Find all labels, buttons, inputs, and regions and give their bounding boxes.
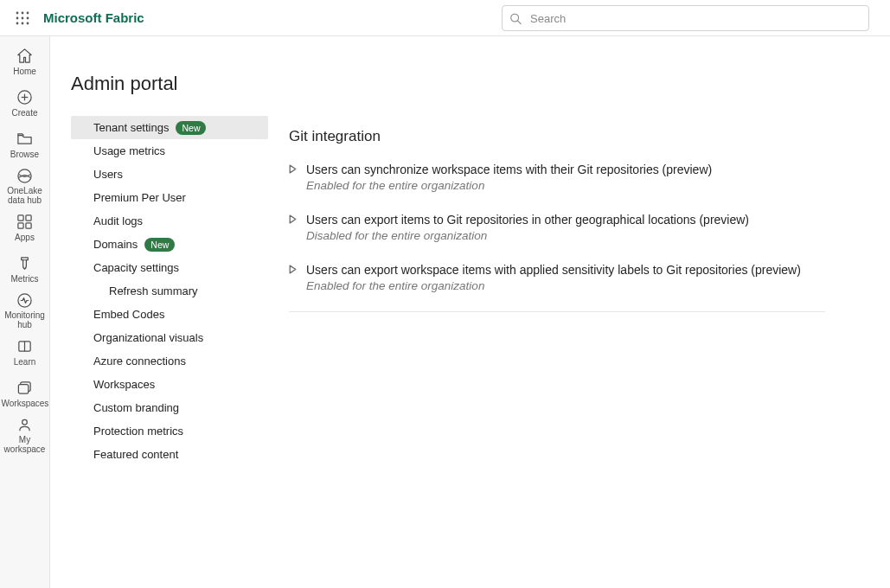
search-input[interactable] bbox=[528, 11, 861, 26]
setting-title[interactable]: Users can synchronize workspace items wi… bbox=[306, 161, 712, 178]
svg-rect-18 bbox=[26, 223, 31, 228]
subnav-item-label: Embed Codes bbox=[93, 308, 164, 321]
setting-status: Enabled for the entire organization bbox=[306, 278, 801, 294]
rail-item-label: Create bbox=[11, 108, 37, 118]
svg-point-6 bbox=[16, 22, 19, 24]
subnav-item-domains[interactable]: DomainsNew bbox=[71, 233, 268, 256]
subnav-item-premium-per-user[interactable]: Premium Per User bbox=[71, 186, 268, 209]
subnav-item-label: Premium Per User bbox=[93, 191, 186, 204]
subnav-item-label: Featured content bbox=[93, 448, 178, 461]
admin-subnav: Tenant settingsNewUsage metricsUsersPrem… bbox=[71, 116, 268, 466]
setting-row: Users can synchronize workspace items wi… bbox=[289, 161, 869, 194]
rail-item-browse[interactable]: Browse bbox=[2, 125, 48, 164]
metrics-icon bbox=[16, 255, 34, 272]
subnav-item-label: Organizational visuals bbox=[93, 331, 203, 344]
svg-point-1 bbox=[22, 11, 24, 14]
svg-rect-24 bbox=[18, 385, 28, 393]
setting-status: Enabled for the entire organization bbox=[306, 178, 712, 194]
new-badge: New bbox=[144, 238, 175, 252]
monitoring-icon bbox=[16, 291, 34, 309]
subnav-item-audit-logs[interactable]: Audit logs bbox=[71, 209, 268, 233]
rail-item-label: Monitoring hub bbox=[2, 310, 48, 329]
subnav-item-label: Workspaces bbox=[93, 378, 155, 391]
subnav-item-tenant-settings[interactable]: Tenant settingsNew bbox=[71, 116, 268, 139]
svg-point-9 bbox=[511, 14, 519, 22]
rail-item-apps[interactable]: Apps bbox=[2, 208, 48, 247]
svg-point-4 bbox=[22, 16, 24, 19]
svg-rect-16 bbox=[26, 215, 31, 220]
subnav-item-usage-metrics[interactable]: Usage metrics bbox=[71, 139, 268, 163]
svg-point-2 bbox=[27, 11, 29, 14]
rail-item-home[interactable]: Home bbox=[2, 42, 48, 81]
subnav-item-users[interactable]: Users bbox=[71, 163, 268, 186]
subnav-item-label: Refresh summary bbox=[109, 284, 198, 297]
rail-item-label: My workspace bbox=[2, 435, 48, 454]
subnav-item-label: Tenant settings bbox=[93, 121, 169, 134]
rail-item-label: Browse bbox=[10, 150, 39, 159]
rail-item-label: Metrics bbox=[10, 274, 38, 284]
rail-item-label: Workspaces bbox=[2, 399, 48, 408]
rail-item-onelake[interactable]: OneLake data hub bbox=[2, 166, 48, 206]
subnav-item-label: Users bbox=[93, 168, 123, 181]
left-nav-rail: HomeCreateBrowseOneLake data hubAppsMetr… bbox=[0, 36, 50, 588]
home-icon bbox=[16, 48, 34, 65]
setting-row: Users can export items to Git repositori… bbox=[289, 211, 869, 244]
search-icon bbox=[509, 12, 522, 25]
section-title: Git integration bbox=[289, 128, 869, 145]
apps-icon bbox=[16, 214, 34, 231]
subnav-item-embed-codes[interactable]: Embed Codes bbox=[71, 303, 268, 326]
svg-line-10 bbox=[518, 21, 522, 24]
expand-toggle[interactable] bbox=[289, 265, 299, 274]
rail-item-label: OneLake data hub bbox=[2, 186, 48, 205]
topbar: Microsoft Fabric bbox=[0, 0, 890, 36]
search-container bbox=[502, 5, 869, 31]
rail-item-create[interactable]: Create bbox=[2, 83, 48, 123]
subnav-item-workspaces[interactable]: Workspaces bbox=[71, 373, 268, 396]
setting-title[interactable]: Users can export workspace items with ap… bbox=[306, 261, 801, 278]
rail-item-label: Home bbox=[13, 67, 36, 76]
brand-label[interactable]: Microsoft Fabric bbox=[43, 10, 144, 25]
setting-row: Users can export workspace items with ap… bbox=[289, 261, 869, 294]
setting-title[interactable]: Users can export items to Git repositori… bbox=[306, 211, 749, 228]
svg-rect-17 bbox=[18, 223, 23, 228]
subnav-item-label: Azure connections bbox=[93, 355, 186, 368]
expand-toggle[interactable] bbox=[289, 164, 299, 174]
subnav-item-custom-branding[interactable]: Custom branding bbox=[71, 396, 268, 419]
svg-point-7 bbox=[22, 22, 24, 24]
search-box[interactable] bbox=[502, 5, 869, 31]
settings-list: Users can synchronize workspace items wi… bbox=[289, 161, 869, 294]
create-icon bbox=[16, 89, 34, 106]
svg-point-3 bbox=[16, 16, 19, 19]
waffle-icon bbox=[16, 11, 29, 25]
rail-item-label: Learn bbox=[14, 357, 36, 367]
settings-panel: Git integration Users can synchronize wo… bbox=[289, 116, 890, 312]
expand-toggle[interactable] bbox=[289, 214, 299, 224]
subnav-item-protection-metrics[interactable]: Protection metrics bbox=[71, 419, 268, 443]
browse-icon bbox=[16, 131, 34, 148]
subnav-item-refresh-summary[interactable]: Refresh summary bbox=[71, 279, 268, 303]
subnav-item-label: Custom branding bbox=[93, 401, 179, 414]
svg-rect-15 bbox=[18, 215, 23, 220]
subnav-item-featured-content[interactable]: Featured content bbox=[71, 443, 268, 466]
subnav-item-label: Protection metrics bbox=[93, 425, 183, 438]
subnav-item-organizational-visuals[interactable]: Organizational visuals bbox=[71, 326, 268, 349]
svg-point-25 bbox=[22, 419, 28, 425]
rail-item-monitoring[interactable]: Monitoring hub bbox=[2, 291, 48, 330]
page-content: Admin portal Tenant settingsNewUsage met… bbox=[50, 36, 890, 588]
section-divider bbox=[289, 311, 825, 312]
subnav-item-azure-connections[interactable]: Azure connections bbox=[71, 349, 268, 373]
triangle-right-icon bbox=[289, 265, 297, 274]
svg-point-8 bbox=[27, 22, 29, 24]
rail-item-myworkspace[interactable]: My workspace bbox=[2, 415, 48, 455]
svg-point-0 bbox=[16, 11, 19, 14]
rail-item-learn[interactable]: Learn bbox=[2, 332, 48, 372]
rail-item-workspaces[interactable]: Workspaces bbox=[2, 374, 48, 413]
setting-body: Users can synchronize workspace items wi… bbox=[306, 161, 712, 194]
new-badge: New bbox=[176, 121, 206, 135]
svg-point-14 bbox=[18, 169, 31, 182]
subnav-item-capacity-settings[interactable]: Capacity settings bbox=[71, 256, 268, 279]
rail-item-metrics[interactable]: Metrics bbox=[2, 249, 48, 289]
triangle-right-icon bbox=[289, 164, 297, 174]
app-launcher-button[interactable] bbox=[9, 4, 36, 32]
triangle-right-icon bbox=[289, 214, 297, 224]
